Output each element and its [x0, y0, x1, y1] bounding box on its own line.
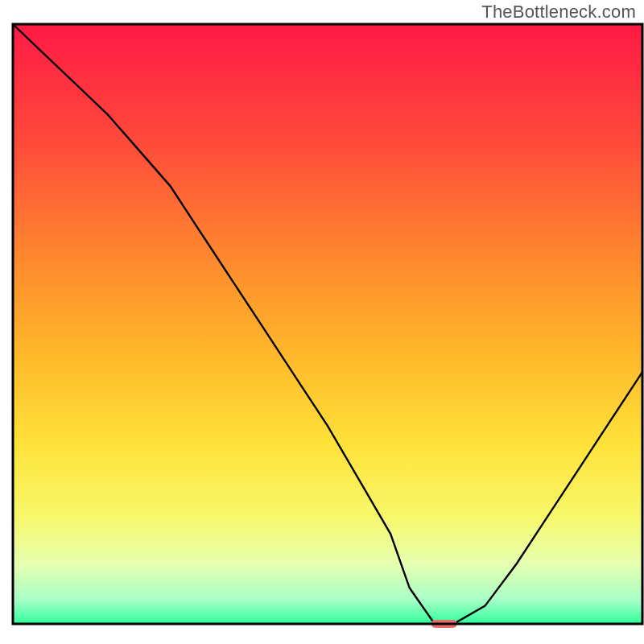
bottleneck-chart — [0, 0, 644, 644]
chart-stage: TheBottleneck.com — [0, 0, 644, 644]
